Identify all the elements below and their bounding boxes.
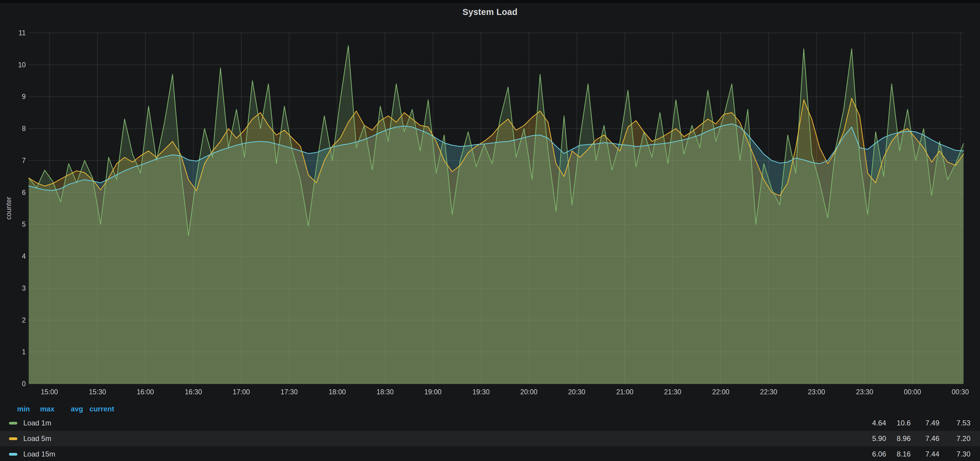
y-axis-tick-label: 5 [8,220,26,228]
legend-stats-header: minmaxavgcurrent [0,404,980,414]
x-axis-tick-label: 23:30 [844,388,886,396]
x-axis-tick-label: 17:00 [220,388,262,396]
series-stat-values: 5.908.967.467.20 [856,431,970,446]
stat-column-header-avg[interactable]: avg [54,404,83,414]
x-axis-tick-label: 00:00 [891,388,933,396]
x-axis-tick-label: 21:00 [604,388,646,396]
legend-row-load-1m[interactable]: Load 1m4.6410.67.497.53 [0,415,980,431]
x-axis-tick-label: 18:00 [316,388,358,396]
series-color-icon[interactable] [9,422,18,424]
x-axis-tick-label: 00:30 [939,388,980,396]
x-axis-tick-label: 23:00 [795,388,837,396]
x-axis-tick-label: 20:00 [508,388,550,396]
y-axis-tick-label: 4 [8,252,26,261]
series-label[interactable]: Load 5m [23,431,51,446]
series-stat-values: 4.6410.67.497.53 [856,415,970,431]
legend-row-load-5m[interactable]: Load 5m5.908.967.467.20 [0,431,980,446]
stat-column-header-min[interactable]: min [0,404,30,414]
x-axis-tick-label: 21:30 [652,388,694,396]
series-label[interactable]: Load 15m [23,446,55,461]
stat-current-value: 7.53 [939,415,970,431]
stat-min-value: 4.64 [856,415,886,431]
series-color-icon[interactable] [9,453,18,456]
stat-current-value: 7.30 [939,446,970,461]
stat-avg-value: 7.44 [911,446,939,461]
series-color-icon[interactable] [9,437,18,440]
x-axis-tick-label: 15:30 [76,388,118,396]
stat-max-value: 8.16 [886,446,911,461]
series-stat-values: 6.068.167.447.30 [856,446,970,461]
stat-avg-value: 7.46 [911,431,939,446]
legend-row-load-15m[interactable]: Load 15m6.068.167.447.30 [0,446,980,461]
x-axis-tick-label: 18:30 [364,388,406,396]
stat-column-header-max[interactable]: max [30,404,54,414]
stat-current-value: 7.20 [939,431,970,446]
stat-column-header-current[interactable]: current [83,404,114,414]
y-axis-tick-label: 7 [8,156,26,165]
y-axis-tick-label: 2 [8,316,26,324]
x-axis-tick-label: 19:00 [412,388,454,396]
y-axis-tick-label: 11 [8,29,26,37]
stat-min-value: 6.06 [856,446,886,461]
y-axis-tick-label: 9 [8,92,26,101]
x-axis-tick-label: 19:30 [460,388,502,396]
y-axis-tick-label: 6 [8,188,26,197]
x-axis-tick-label: 22:30 [748,388,789,396]
y-axis-tick-label: 1 [8,348,26,356]
x-axis-tick-label: 20:30 [556,388,598,396]
x-axis-tick-label: 16:00 [124,388,166,396]
stat-min-value: 5.90 [856,431,886,446]
x-axis-tick-label: 15:00 [29,388,70,396]
x-axis-tick-label: 17:30 [268,388,310,396]
stat-max-value: 10.6 [886,415,911,431]
y-axis-tick-label: 10 [8,61,26,69]
stat-avg-value: 7.49 [911,415,939,431]
series-label[interactable]: Load 1m [23,415,51,431]
y-axis-tick-label: 8 [8,124,26,133]
y-axis-tick-label: 3 [8,284,26,292]
x-axis-tick-label: 16:30 [172,388,214,396]
x-axis-tick-label: 22:00 [700,388,742,396]
y-axis-tick-label: 0 [8,380,26,388]
stat-max-value: 8.96 [886,431,911,446]
